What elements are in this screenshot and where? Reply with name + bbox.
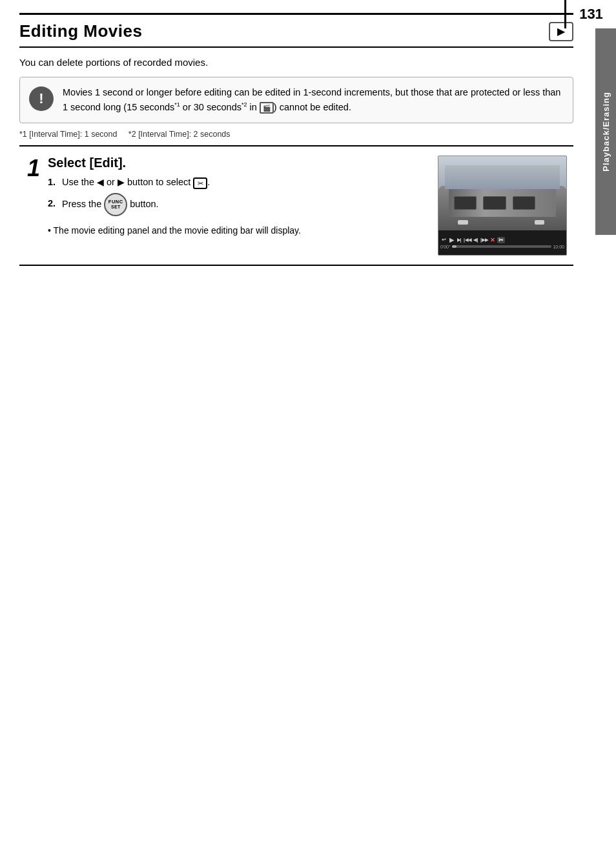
step-item-2-text: Press the FUNC SET button. — [62, 193, 159, 216]
pb-progress-bar — [452, 245, 552, 248]
step-1-note-text: The movie editing panel and the movie ed… — [54, 225, 301, 236]
warning-icon: ! — [29, 86, 54, 111]
edit-scissors-icon: ✂ — [193, 177, 207, 189]
pb-timeline: 0'00" 10:00 — [440, 245, 564, 249]
step-item-1-num: 1. — [48, 177, 59, 187]
step-1-heading: Select [Edit]. — [48, 156, 427, 170]
step-number: 1 — [27, 157, 40, 180]
pb-slow-fwd-icon[interactable]: |▶▶ — [480, 237, 488, 243]
page-number: 131 — [564, 0, 616, 28]
step-item-1-text: Use the ◀ or ▶ button to select ✂. — [62, 177, 210, 188]
step-1-item-2: 2. Press the FUNC SET button. — [48, 193, 427, 216]
playback-bar: ↩ ▶ ▶| |◀◀ ◀| |▶▶ ✕ ✂ 0'00" 1 — [438, 230, 566, 255]
intro-text: You can delete portions of recorded movi… — [19, 57, 573, 68]
pb-controls: ↩ ▶ ▶| |◀◀ ◀| |▶▶ ✕ ✂ — [440, 237, 564, 243]
step-1-image: ↩ ▶ ▶| |◀◀ ◀| |▶▶ ✕ ✂ 0'00" 1 — [438, 156, 573, 256]
step-1-note: • The movie editing panel and the movie … — [48, 224, 427, 237]
step-1-section: 1 Select [Edit]. 1. Use the ◀ or ▶ butto… — [19, 145, 573, 266]
warning-box: ! Movies 1 second or longer before editi… — [19, 77, 573, 123]
footnotes-row: *1 [Interval Time]: 1 second *2 [Interva… — [19, 130, 573, 139]
func-set-button[interactable]: FUNC SET — [104, 193, 127, 216]
arrow-left-icon: ◀ — [97, 177, 104, 187]
step-number-col: 1 — [19, 156, 48, 180]
pb-next-frame-icon[interactable]: ▶| — [456, 237, 462, 243]
pb-time-start: 0'00" — [440, 245, 451, 249]
screenshot: ↩ ▶ ▶| |◀◀ ◀| |▶▶ ✕ ✂ 0'00" 1 — [438, 156, 567, 256]
page-title: Editing Movies — [19, 21, 142, 41]
step-1-content: Select [Edit]. 1. Use the ◀ or ▶ button … — [48, 156, 438, 237]
pb-edit-icon[interactable]: ✂ — [497, 237, 505, 243]
arrow-right-icon: ▶ — [118, 177, 125, 187]
pb-back-icon[interactable]: ↩ — [440, 237, 447, 243]
pb-progress-fill — [452, 245, 457, 248]
train-scene — [438, 156, 566, 230]
footnote-1: *1 [Interval Time]: 1 second — [19, 130, 117, 139]
main-content: Editing Movies ▶ You can delete portions… — [0, 0, 593, 285]
pb-prev-icon[interactable]: |◀◀ — [464, 237, 471, 243]
footnote-2: *2 [Interval Time]: 2 seconds — [128, 130, 231, 139]
warning-text: Movies 1 second or longer before editing… — [63, 85, 564, 115]
step-1-item-1: 1. Use the ◀ or ▶ button to select ✂. — [48, 177, 427, 188]
pb-play-icon[interactable]: ▶ — [448, 237, 455, 243]
sidebar-label: Playback/Erasing — [601, 92, 611, 172]
title-row: Editing Movies ▶ — [19, 13, 573, 48]
pb-time-end: 10:00 — [553, 245, 564, 249]
pb-slow-rev-icon[interactable]: ◀| — [473, 237, 479, 243]
pb-close-icon[interactable]: ✕ — [489, 237, 496, 243]
sidebar-chapter-tab: Playback/Erasing — [595, 28, 616, 235]
step-item-2-num: 2. — [48, 198, 59, 208]
